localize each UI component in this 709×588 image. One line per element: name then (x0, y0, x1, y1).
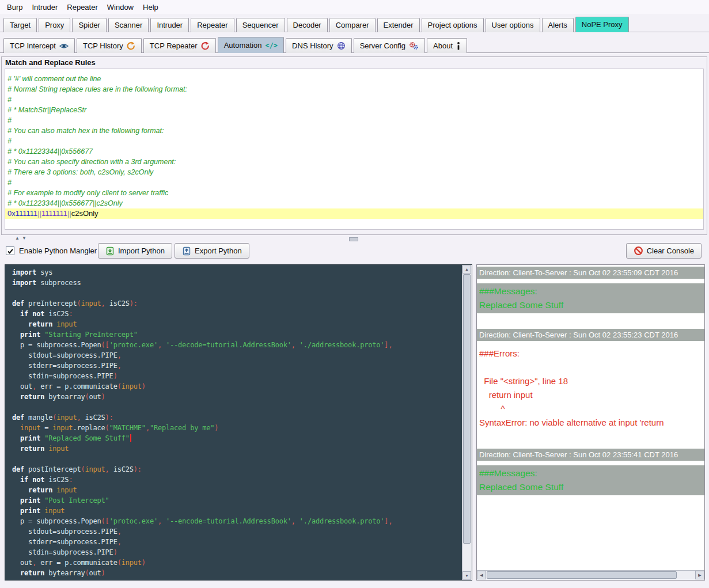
rule-comment-line: # (5, 177, 703, 188)
tab-decoder[interactable]: Decoder (287, 18, 328, 32)
code-line: print "Post Intercept" (12, 495, 462, 506)
splitter-collapse-up-icon[interactable]: ▲ (15, 236, 20, 241)
gears-icon (409, 41, 419, 50)
editor-scrollbar-thumb[interactable] (463, 274, 471, 544)
console-error-line: return input (479, 388, 702, 402)
tab-sequencer[interactable]: Sequencer (236, 18, 285, 32)
subtab-automation[interactable]: Automation</> (218, 37, 284, 53)
tab-comparer[interactable]: Comparer (329, 18, 376, 32)
menu-item-window[interactable]: Window (103, 2, 138, 13)
tab-project-options[interactable]: Project options (422, 18, 484, 32)
enable-python-mangler-checkbox[interactable] (6, 246, 14, 255)
python-code-editor[interactable]: import sysimport subprocessdef preInterc… (5, 264, 472, 581)
tab-spider[interactable]: Spider (72, 18, 107, 32)
code-line: import subprocess (12, 278, 462, 288)
output-console: Direction: Client-To-Server : Sun Oct 02… (476, 264, 705, 581)
code-line: if not isC2S: (12, 309, 462, 319)
splitter-collapse-down-icon[interactable]: ▼ (22, 236, 26, 241)
console-scrollbar-thumb[interactable] (487, 571, 677, 579)
menu-bar: BurpIntruderRepeaterWindowHelp (0, 0, 709, 14)
code-line (12, 454, 462, 464)
code-line: def postIntercept(input, isC2S): (12, 464, 462, 475)
code-line: stdin=subprocess.PIPE) (12, 547, 462, 557)
code-line: print "Replaced Some Stuff" (12, 433, 462, 443)
rule-comment-line: # (5, 94, 703, 105)
code-lines: import sysimport subprocessdef preInterc… (5, 267, 462, 580)
code-line (12, 288, 462, 298)
scroll-left-arrow-icon[interactable]: ◀ (477, 571, 486, 579)
subtab-tcp-history[interactable]: TCP History (77, 38, 142, 53)
code-line (12, 402, 462, 412)
rule-comment-line: # '#' will comment out the line (5, 74, 703, 84)
tab-intruder[interactable]: Intruder (150, 18, 189, 32)
tab-proxy[interactable]: Proxy (39, 18, 70, 32)
scroll-right-arrow-icon[interactable]: ▶ (695, 571, 704, 579)
export-icon (182, 246, 191, 256)
console-direction-header: Direction: Client-To-Server : Sun Oct 02… (477, 329, 704, 341)
code-line: def mangle(input, isC2S): (12, 412, 462, 423)
console-error-block: ###Errors: File "<string>", line 18 retu… (477, 343, 704, 433)
console-horizontal-scrollbar[interactable]: ◀ ▶ (477, 570, 704, 580)
code-icon: </> (265, 39, 278, 52)
subtab-tcp-repeater[interactable]: TCP Repeater (143, 38, 216, 53)
console-direction-header: Direction: Client-To-Server : Sun Oct 02… (477, 267, 704, 279)
code-line: stdout=subprocess.PIPE, (12, 350, 462, 361)
console-error-line: ^ (479, 402, 702, 416)
console-entries: Direction: Client-To-Server : Sun Oct 02… (477, 267, 704, 495)
subtab-label: Automation (224, 39, 262, 52)
menu-item-repeater[interactable]: Repeater (62, 2, 102, 13)
rules-editor[interactable]: # '#' will comment out the line# Normal … (5, 69, 704, 230)
tab-repeater[interactable]: Repeater (191, 18, 234, 32)
menu-item-help[interactable]: Help (138, 2, 163, 13)
tab-alerts[interactable]: Alerts (542, 18, 574, 32)
subtab-about[interactable]: About (427, 38, 467, 53)
rules-comment-lines: # '#' will comment out the line# Normal … (5, 74, 703, 208)
menu-item-intruder[interactable]: Intruder (27, 2, 62, 13)
clear-console-button[interactable]: Clear Console (626, 243, 702, 259)
import-python-label: Import Python (118, 246, 165, 255)
subtab-server-config[interactable]: Server Config (354, 38, 425, 53)
console-error-line: ###Errors: (479, 347, 702, 361)
rules-active-line: 0x111111||1111111||c2sOnly (5, 208, 703, 219)
tab-target[interactable]: Target (3, 18, 37, 32)
tab-user-options[interactable]: User options (486, 18, 540, 32)
code-line: print "Starting PreIntercept" (12, 329, 462, 340)
rule-comment-line: # * MatchStr||ReplaceStr (5, 105, 703, 115)
splitter-handle[interactable] (349, 237, 358, 241)
console-message-line: Replaced Some Stuff (479, 480, 702, 494)
menu-item-burp[interactable]: Burp (2, 2, 27, 13)
eye-icon (59, 42, 69, 50)
scroll-down-arrow-icon[interactable]: ▼ (462, 571, 471, 580)
console-direction-header: Direction: Client-To-Server : Sun Oct 02… (477, 449, 704, 461)
code-line: print input (12, 506, 462, 516)
import-icon (105, 246, 115, 256)
main-tab-bar: TargetProxySpiderScannerIntruderRepeater… (3, 18, 629, 32)
code-line: p = subprocess.Popen(['protoc.exe', '--d… (12, 340, 462, 350)
tab-nope-proxy[interactable]: NoPE Proxy (575, 17, 629, 32)
code-line: input = input.replace("MATCHME","Replace… (12, 423, 462, 433)
rule-comment-line: # (5, 115, 703, 126)
editor-vertical-scrollbar[interactable]: ▲ ▼ (462, 265, 472, 580)
subtab-label: Server Config (360, 39, 405, 53)
console-error-line: File "<string>", line 18 (479, 374, 702, 388)
subtab-dns-history[interactable]: DNS History (286, 38, 352, 53)
enable-python-mangler-label: Enable Python Mangler (19, 246, 97, 255)
subtab-tcp-intercept[interactable]: TCP Intercept (3, 38, 75, 53)
code-line: stderr=subprocess.PIPE, (12, 537, 462, 547)
export-python-label: Export Python (195, 246, 242, 255)
rule-comment-line: # For example to modify only client to s… (5, 188, 703, 198)
console-message-block: ###Messages:Replaced Some Stuff (477, 283, 704, 313)
export-python-button[interactable]: Export Python (175, 243, 249, 259)
rule-comment-line: # (5, 136, 703, 146)
code-line: return bytearray(out) (12, 392, 462, 402)
tab-extender[interactable]: Extender (377, 18, 420, 32)
code-line: def preIntercept(input, isC2S): (12, 298, 462, 309)
code-line: import sys (12, 267, 462, 278)
subtab-label: TCP Intercept (10, 39, 56, 53)
code-line: stderr=subprocess.PIPE, (12, 361, 462, 371)
import-python-button[interactable]: Import Python (98, 243, 172, 259)
tab-scanner[interactable]: Scanner (108, 18, 149, 32)
burp-window: BurpIntruderRepeaterWindowHelp TargetPro… (0, 0, 709, 588)
subtab-label: DNS History (292, 39, 333, 53)
scroll-up-arrow-icon[interactable]: ▲ (462, 265, 471, 274)
